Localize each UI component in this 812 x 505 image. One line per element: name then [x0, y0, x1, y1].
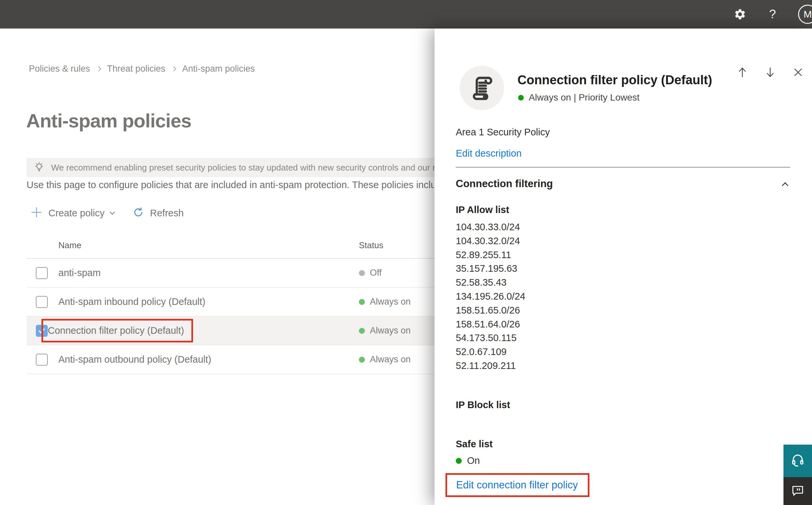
policy-name[interactable]: Anti-spam inbound policy (Default): [58, 296, 205, 307]
page-title: Anti-spam policies: [26, 110, 191, 132]
edit-connection-filter-policy-link[interactable]: Edit connection filter policy: [456, 479, 578, 491]
safe-list-status-label: On: [467, 455, 480, 466]
status-label: Always on: [370, 297, 411, 307]
safe-list-status: On: [456, 455, 480, 466]
column-header-name[interactable]: Name: [58, 240, 81, 250]
status-label: Always on: [370, 326, 411, 336]
refresh-icon: [133, 207, 144, 219]
divider: [456, 167, 790, 168]
policy-name[interactable]: Anti-spam outbound policy (Default): [58, 354, 211, 365]
ip-allow-list: 104.30.33.0/24 104.30.32.0/24 52.89.255.…: [456, 220, 526, 373]
status-cell: Always on: [359, 297, 411, 307]
create-policy-button[interactable]: Create policy: [30, 206, 114, 220]
ip-entry: 54.173.50.115: [456, 331, 526, 345]
headset-icon: [790, 453, 805, 469]
status-dot-green: [359, 299, 365, 305]
ip-entry: 158.51.64.0/26: [456, 318, 526, 331]
ip-allow-list-heading: IP Allow list: [456, 204, 509, 215]
settings-gear-icon[interactable]: [733, 7, 747, 21]
chevron-right-icon: [96, 66, 101, 72]
policy-name-highlighted[interactable]: Connection filter policy (Default): [41, 319, 193, 342]
status-cell: Always on: [359, 354, 411, 365]
toolbar: Create policy Refresh: [30, 204, 184, 222]
table-row-selected[interactable]: Connection filter policy (Default) Alway…: [26, 317, 458, 345]
edit-policy-highlight-box: Edit connection filter policy: [445, 473, 589, 497]
ip-block-list-heading: IP Block list: [456, 399, 510, 410]
support-headset-button[interactable]: [784, 445, 812, 477]
chat-bubble-icon: [790, 483, 805, 499]
account-avatar[interactable]: M: [798, 5, 812, 24]
status-label: Off: [370, 268, 382, 278]
ip-entry: 35.157.195.63: [456, 262, 526, 276]
ip-entry: 134.195.26.0/24: [456, 290, 526, 304]
flyout-status-line: Always on | Priority Lowest: [518, 92, 639, 103]
policy-details-flyout: Connection filter policy (Default) Alway…: [434, 28, 812, 505]
flyout-nav: [736, 66, 805, 79]
status-cell: Off: [359, 268, 382, 278]
row-checkbox[interactable]: [36, 354, 48, 366]
collapse-section-button[interactable]: [783, 180, 787, 189]
create-policy-label: Create policy: [48, 208, 105, 219]
refresh-button[interactable]: Refresh: [133, 207, 184, 219]
chevron-up-icon: [782, 182, 788, 189]
next-item-arrow-down-icon[interactable]: [764, 66, 777, 79]
flyout-status-text: Always on | Priority Lowest: [529, 92, 639, 103]
status-dot-gray: [359, 270, 365, 276]
policy-table: Name Status anti-spam Off Anti-spam inbo…: [26, 232, 458, 374]
connection-filtering-heading: Connection filtering: [456, 178, 553, 190]
page-description: Use this page to configure policies that…: [26, 179, 434, 190]
policy-description: Area 1 Security Policy: [456, 127, 550, 138]
row-checkbox[interactable]: [36, 296, 48, 308]
previous-item-arrow-up-icon[interactable]: [736, 66, 749, 79]
ip-entry: 52.0.67.109: [456, 345, 526, 359]
safe-list-heading: Safe list: [456, 439, 492, 450]
ip-entry: 52.89.255.11: [456, 248, 526, 262]
edit-description-link[interactable]: Edit description: [456, 148, 522, 159]
refresh-label: Refresh: [150, 208, 184, 219]
top-bar: ? M: [0, 0, 812, 28]
row-checkbox[interactable]: [36, 267, 48, 279]
status-dot-green: [456, 458, 462, 464]
table-row[interactable]: Anti-spam outbound policy (Default) Alwa…: [26, 345, 458, 374]
avatar-initial: M: [804, 9, 812, 20]
status-dot-green: [518, 95, 524, 101]
status-cell: Always on: [359, 326, 411, 336]
ip-entry: 52.58.35.43: [456, 276, 526, 290]
chevron-right-icon: [171, 66, 177, 72]
plus-icon: [30, 206, 42, 220]
help-icon[interactable]: ?: [766, 7, 780, 21]
policy-scroll-icon: [460, 66, 504, 110]
chevron-down-icon: [110, 209, 115, 215]
breadcrumb-threat-policies[interactable]: Threat policies: [107, 64, 166, 74]
table-header: Name Status: [26, 232, 458, 259]
close-icon[interactable]: [791, 66, 805, 79]
table-row[interactable]: Anti-spam inbound policy (Default) Alway…: [26, 288, 458, 317]
flyout-title: Connection filter policy (Default): [518, 73, 712, 87]
status-dot-green: [359, 357, 365, 363]
feedback-chat-button[interactable]: [784, 477, 812, 505]
ip-entry: 158.51.65.0/26: [456, 304, 526, 318]
ip-entry: 104.30.32.0/24: [456, 234, 526, 248]
status-dot-green: [359, 328, 365, 334]
column-header-status[interactable]: Status: [359, 240, 383, 250]
ip-entry: 52.11.209.211: [456, 359, 526, 373]
recommendation-banner: We recommend enabling preset security po…: [26, 158, 455, 177]
table-row[interactable]: anti-spam Off: [26, 259, 458, 288]
breadcrumb-anti-spam-policies[interactable]: Anti-spam policies: [182, 64, 255, 74]
screen: ? M Policies & rules Threat policies Ant…: [0, 0, 812, 505]
policy-name[interactable]: anti-spam: [58, 268, 100, 278]
status-label: Always on: [370, 354, 411, 365]
breadcrumb-policies-rules[interactable]: Policies & rules: [29, 64, 90, 74]
lightbulb-icon: [33, 161, 45, 174]
banner-text: We recommend enabling preset security po…: [51, 163, 455, 173]
breadcrumb: Policies & rules Threat policies Anti-sp…: [29, 64, 255, 74]
ip-entry: 104.30.33.0/24: [456, 220, 526, 234]
